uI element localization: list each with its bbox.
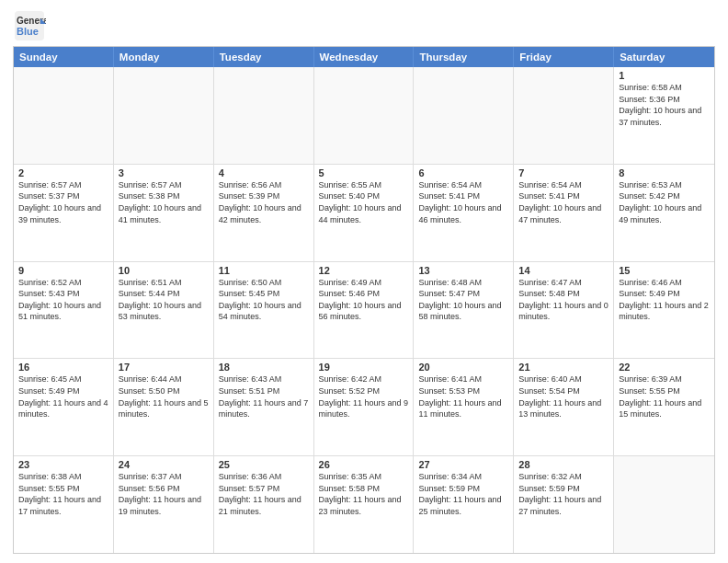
day-number: 18 (219, 362, 309, 373)
cal-cell-day-15: 15Sunrise: 6:46 AM Sunset: 5:49 PM Dayli… (614, 262, 714, 359)
cal-cell-day-11: 11Sunrise: 6:50 AM Sunset: 5:45 PM Dayli… (214, 262, 314, 359)
cal-header-tuesday: Tuesday (214, 47, 314, 67)
sun-info: Sunrise: 6:40 AM Sunset: 5:54 PM Dayligh… (518, 373, 609, 419)
cal-cell-day-22: 22Sunrise: 6:39 AM Sunset: 5:55 PM Dayli… (614, 359, 714, 455)
sun-info: Sunrise: 6:54 AM Sunset: 5:41 PM Dayligh… (518, 179, 609, 225)
day-number: 28 (518, 459, 609, 470)
cal-header-sunday: Sunday (14, 47, 114, 67)
sun-info: Sunrise: 6:54 AM Sunset: 5:41 PM Dayligh… (418, 179, 508, 225)
logo: General Blue (13, 9, 46, 42)
sun-info: Sunrise: 6:55 AM Sunset: 5:40 PM Dayligh… (319, 179, 409, 225)
cal-row-1: 1Sunrise: 6:58 AM Sunset: 5:36 PM Daylig… (14, 67, 714, 164)
sun-info: Sunrise: 6:42 AM Sunset: 5:52 PM Dayligh… (319, 373, 409, 419)
day-number: 15 (619, 265, 710, 276)
day-number: 9 (18, 265, 108, 276)
logo-svg: General Blue (13, 9, 46, 42)
cal-cell-day-18: 18Sunrise: 6:43 AM Sunset: 5:51 PM Dayli… (214, 359, 314, 455)
cal-cell-empty (614, 456, 714, 553)
cal-cell-day-6: 6Sunrise: 6:54 AM Sunset: 5:41 PM Daylig… (414, 165, 514, 261)
sun-info: Sunrise: 6:52 AM Sunset: 5:43 PM Dayligh… (18, 277, 108, 323)
cal-cell-empty (314, 67, 415, 164)
sun-info: Sunrise: 6:45 AM Sunset: 5:49 PM Dayligh… (18, 373, 108, 419)
cal-cell-day-8: 8Sunrise: 6:53 AM Sunset: 5:42 PM Daylig… (614, 165, 714, 261)
day-number: 12 (319, 265, 409, 276)
day-number: 2 (18, 167, 108, 178)
cal-cell-day-28: 28Sunrise: 6:32 AM Sunset: 5:59 PM Dayli… (514, 456, 614, 553)
sun-info: Sunrise: 6:48 AM Sunset: 5:47 PM Dayligh… (418, 277, 508, 323)
calendar-body: 1Sunrise: 6:58 AM Sunset: 5:36 PM Daylig… (14, 67, 714, 553)
sun-info: Sunrise: 6:47 AM Sunset: 5:48 PM Dayligh… (518, 277, 609, 323)
day-number: 26 (319, 459, 409, 470)
sun-info: Sunrise: 6:44 AM Sunset: 5:50 PM Dayligh… (119, 373, 209, 419)
sun-info: Sunrise: 6:32 AM Sunset: 5:59 PM Dayligh… (518, 471, 609, 517)
sun-info: Sunrise: 6:36 AM Sunset: 5:57 PM Dayligh… (219, 471, 309, 517)
cal-cell-empty (414, 67, 514, 164)
cal-header-wednesday: Wednesday (314, 47, 415, 67)
sun-info: Sunrise: 6:35 AM Sunset: 5:58 PM Dayligh… (319, 471, 409, 517)
cal-header-friday: Friday (514, 47, 614, 67)
day-number: 4 (219, 167, 309, 178)
sun-info: Sunrise: 6:46 AM Sunset: 5:49 PM Dayligh… (619, 277, 710, 323)
svg-text:Blue: Blue (17, 26, 39, 37)
cal-header-monday: Monday (114, 47, 214, 67)
cal-cell-day-19: 19Sunrise: 6:42 AM Sunset: 5:52 PM Dayli… (314, 359, 415, 455)
cal-cell-day-4: 4Sunrise: 6:56 AM Sunset: 5:39 PM Daylig… (214, 165, 314, 261)
cal-cell-empty (514, 67, 614, 164)
cal-cell-day-9: 9Sunrise: 6:52 AM Sunset: 5:43 PM Daylig… (14, 262, 114, 359)
cal-cell-day-23: 23Sunrise: 6:38 AM Sunset: 5:55 PM Dayli… (14, 456, 114, 553)
sun-info: Sunrise: 6:56 AM Sunset: 5:39 PM Dayligh… (219, 179, 309, 225)
cal-cell-day-1: 1Sunrise: 6:58 AM Sunset: 5:36 PM Daylig… (614, 67, 714, 164)
sun-info: Sunrise: 6:50 AM Sunset: 5:45 PM Dayligh… (219, 277, 309, 323)
day-number: 7 (518, 167, 609, 178)
cal-cell-day-14: 14Sunrise: 6:47 AM Sunset: 5:48 PM Dayli… (514, 262, 614, 359)
sun-info: Sunrise: 6:39 AM Sunset: 5:55 PM Dayligh… (619, 373, 710, 419)
cal-cell-day-7: 7Sunrise: 6:54 AM Sunset: 5:41 PM Daylig… (514, 165, 614, 261)
cal-cell-day-13: 13Sunrise: 6:48 AM Sunset: 5:47 PM Dayli… (414, 262, 514, 359)
sun-info: Sunrise: 6:49 AM Sunset: 5:46 PM Dayligh… (319, 277, 409, 323)
day-number: 8 (619, 167, 710, 178)
cal-row-4: 16Sunrise: 6:45 AM Sunset: 5:49 PM Dayli… (14, 358, 714, 455)
day-number: 11 (219, 265, 309, 276)
calendar-header: SundayMondayTuesdayWednesdayThursdayFrid… (14, 47, 714, 67)
sun-info: Sunrise: 6:34 AM Sunset: 5:59 PM Dayligh… (418, 471, 508, 517)
sun-info: Sunrise: 6:43 AM Sunset: 5:51 PM Dayligh… (219, 373, 309, 419)
cal-cell-empty (114, 67, 214, 164)
cal-cell-day-12: 12Sunrise: 6:49 AM Sunset: 5:46 PM Dayli… (314, 262, 415, 359)
day-number: 10 (119, 265, 209, 276)
day-number: 1 (619, 70, 710, 81)
day-number: 14 (518, 265, 609, 276)
sun-info: Sunrise: 6:41 AM Sunset: 5:53 PM Dayligh… (418, 373, 508, 419)
cal-header-saturday: Saturday (614, 47, 714, 67)
cal-cell-day-20: 20Sunrise: 6:41 AM Sunset: 5:53 PM Dayli… (414, 359, 514, 455)
day-number: 27 (418, 459, 508, 470)
day-number: 21 (518, 362, 609, 373)
day-number: 22 (619, 362, 710, 373)
sun-info: Sunrise: 6:57 AM Sunset: 5:38 PM Dayligh… (119, 179, 209, 225)
cal-cell-day-27: 27Sunrise: 6:34 AM Sunset: 5:59 PM Dayli… (414, 456, 514, 553)
day-number: 5 (319, 167, 409, 178)
cal-cell-day-10: 10Sunrise: 6:51 AM Sunset: 5:44 PM Dayli… (114, 262, 214, 359)
calendar: SundayMondayTuesdayWednesdayThursdayFrid… (13, 46, 715, 554)
sun-info: Sunrise: 6:57 AM Sunset: 5:37 PM Dayligh… (18, 179, 108, 225)
cal-row-3: 9Sunrise: 6:52 AM Sunset: 5:43 PM Daylig… (14, 261, 714, 359)
cal-row-5: 23Sunrise: 6:38 AM Sunset: 5:55 PM Dayli… (14, 455, 714, 553)
day-number: 16 (18, 362, 108, 373)
day-number: 25 (219, 459, 309, 470)
cal-cell-day-3: 3Sunrise: 6:57 AM Sunset: 5:38 PM Daylig… (114, 165, 214, 261)
day-number: 24 (119, 459, 209, 470)
cal-cell-day-17: 17Sunrise: 6:44 AM Sunset: 5:50 PM Dayli… (114, 359, 214, 455)
page: General Blue SundayMondayTuesdayWednesda… (0, 0, 728, 563)
day-number: 17 (119, 362, 209, 373)
cal-cell-day-16: 16Sunrise: 6:45 AM Sunset: 5:49 PM Dayli… (14, 359, 114, 455)
day-number: 20 (418, 362, 508, 373)
day-number: 13 (418, 265, 508, 276)
cal-cell-day-21: 21Sunrise: 6:40 AM Sunset: 5:54 PM Dayli… (514, 359, 614, 455)
sun-info: Sunrise: 6:38 AM Sunset: 5:55 PM Dayligh… (18, 471, 108, 517)
cal-cell-day-25: 25Sunrise: 6:36 AM Sunset: 5:57 PM Dayli… (214, 456, 314, 553)
header: General Blue (13, 9, 715, 42)
sun-info: Sunrise: 6:51 AM Sunset: 5:44 PM Dayligh… (119, 277, 209, 323)
day-number: 6 (418, 167, 508, 178)
cal-cell-empty (14, 67, 114, 164)
cal-cell-day-5: 5Sunrise: 6:55 AM Sunset: 5:40 PM Daylig… (314, 165, 415, 261)
cal-cell-day-24: 24Sunrise: 6:37 AM Sunset: 5:56 PM Dayli… (114, 456, 214, 553)
